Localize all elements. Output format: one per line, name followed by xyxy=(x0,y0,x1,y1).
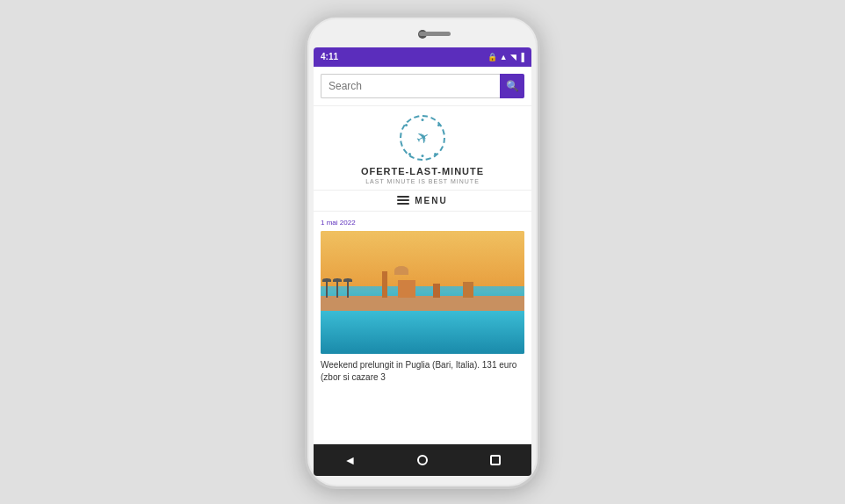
lamppost-3 xyxy=(347,278,349,298)
battery-icon: 🔒 xyxy=(488,53,497,61)
logo-dot xyxy=(405,124,408,126)
lamppost-1 xyxy=(326,278,328,298)
article-area: 1 mai 2022 xyxy=(314,212,531,444)
phone-top-bar xyxy=(313,28,532,44)
site-subtitle: LAST MINUTE IS BEST MINUTE xyxy=(365,178,480,184)
search-input[interactable] xyxy=(321,74,500,98)
screen-content: 🔍 ✈ OFERTE-LAST-MINUTE LAST MINUTE IS BE… xyxy=(314,67,531,476)
building-tall xyxy=(382,271,387,298)
logo-dot xyxy=(437,124,440,126)
status-icons: 🔒 ▲ ◥ ▐ xyxy=(488,53,524,61)
wifi-icon: ◥ xyxy=(510,53,516,61)
recent-apps-icon xyxy=(490,455,501,465)
logo-dot xyxy=(422,155,424,157)
article-date: 1 mai 2022 xyxy=(321,219,524,227)
building-right xyxy=(463,282,473,298)
back-button[interactable]: ◄ xyxy=(334,444,365,476)
plane-icon: ✈ xyxy=(412,126,433,150)
recent-apps-button[interactable] xyxy=(480,444,511,476)
menu-label: MENU xyxy=(415,196,447,205)
phone-speaker xyxy=(419,32,451,36)
hamburger-icon xyxy=(397,196,409,205)
home-icon xyxy=(417,455,428,465)
logo-dot xyxy=(408,153,411,155)
logo-circle: ✈ xyxy=(400,115,445,161)
dome xyxy=(394,266,408,275)
status-bar: 4:11 🔒 ▲ ◥ ▐ xyxy=(314,47,531,67)
phone-device: 4:11 🔒 ▲ ◥ ▐ 🔍 xyxy=(305,15,540,489)
search-button[interactable]: 🔍 xyxy=(500,74,524,98)
status-time: 4:11 xyxy=(321,52,338,61)
bottom-nav: ◄ xyxy=(314,444,531,476)
article-title[interactable]: Weekend prelungit in Puglia (Bari, Itali… xyxy=(321,359,524,384)
logo-dot xyxy=(434,153,437,155)
menu-bar[interactable]: MENU xyxy=(314,190,531,212)
menu-line-2 xyxy=(397,199,409,201)
logo-area: ✈ OFERTE-LAST-MINUTE LAST MINUTE IS BEST… xyxy=(314,106,531,190)
search-bar: 🔍 xyxy=(314,67,531,106)
building-mid xyxy=(433,284,440,298)
signal-icon: ▲ xyxy=(500,53,508,61)
sky xyxy=(321,231,524,286)
back-icon: ◄ xyxy=(343,453,356,467)
city-scene xyxy=(321,231,524,354)
site-title: OFERTE-LAST-MINUTE xyxy=(361,166,484,176)
phone-screen: 4:11 🔒 ▲ ◥ ▐ 🔍 xyxy=(314,47,531,476)
ground xyxy=(321,296,524,311)
water xyxy=(321,307,524,354)
building-wide xyxy=(398,280,415,298)
article-image[interactable] xyxy=(321,231,524,354)
home-button[interactable] xyxy=(407,444,438,476)
lamppost-2 xyxy=(336,278,338,298)
battery-level-icon: ▐ xyxy=(519,53,524,61)
logo-dot xyxy=(422,119,424,121)
search-icon: 🔍 xyxy=(506,80,519,92)
menu-line-1 xyxy=(397,196,409,198)
menu-line-3 xyxy=(397,203,409,205)
